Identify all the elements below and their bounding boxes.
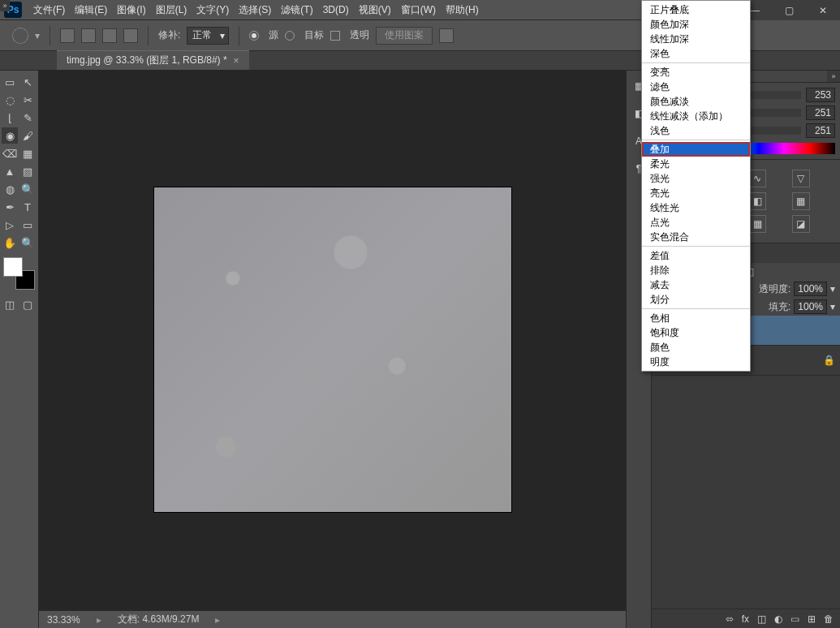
blend-mode-item[interactable]: 滤色	[642, 80, 750, 94]
menu-图像[interactable]: 图像(I)	[112, 0, 150, 20]
r-value[interactable]: 253	[806, 88, 835, 102]
new-layer-icon[interactable]: ⊞	[808, 613, 816, 625]
close-button[interactable]: ✕	[806, 0, 840, 20]
blend-mode-item[interactable]: 点光	[642, 215, 750, 230]
blend-mode-item[interactable]: 减去	[642, 277, 750, 292]
g-value[interactable]: 251	[806, 105, 835, 120]
tool-11[interactable]: ▨	[19, 163, 36, 179]
tool-1[interactable]: ↖	[19, 74, 36, 90]
document-tab[interactable]: timg.jpg @ 33.3% (图层 1, RGB/8#) * ×	[57, 50, 249, 70]
patch-mode-select[interactable]: 正常	[187, 27, 229, 45]
blend-mode-item[interactable]: 浅色	[642, 123, 750, 138]
collapse-tools-icon[interactable]: »	[0, 0, 10, 11]
tool-2[interactable]: ◌	[2, 92, 18, 108]
blend-mode-item[interactable]: 颜色减淡	[642, 94, 750, 109]
layer-fx-icon[interactable]: fx	[742, 613, 749, 625]
tool-18[interactable]: ✋	[2, 234, 18, 251]
menu-文件[interactable]: 文件(F)	[28, 0, 70, 20]
blend-mode-item[interactable]: 强光	[642, 171, 750, 186]
adj-exposure-icon[interactable]: ▽	[792, 170, 810, 187]
selection-intersect-icon[interactable]	[123, 28, 138, 43]
blend-mode-item[interactable]: 颜色加深	[642, 17, 750, 32]
quickmask-icon[interactable]: ◫	[2, 296, 18, 312]
use-pattern-button[interactable]: 使用图案	[376, 27, 433, 45]
blend-mode-item[interactable]: 划分	[642, 292, 750, 307]
tool-9[interactable]: ▦	[19, 145, 36, 161]
blend-mode-item[interactable]: 明度	[642, 355, 750, 369]
collapse-panels-icon[interactable]: »	[827, 71, 840, 82]
blend-mode-item[interactable]: 色相	[642, 311, 750, 325]
blend-mode-item[interactable]: 差值	[642, 248, 750, 263]
tool-4[interactable]: ⌊	[2, 110, 18, 126]
fill-value[interactable]: 100%	[794, 299, 827, 314]
tool-0[interactable]: ▭	[2, 74, 18, 90]
screenmode-icon[interactable]: ▢	[19, 296, 36, 312]
tool-14[interactable]: ✒	[2, 199, 18, 215]
tool-16[interactable]: ▷	[2, 217, 18, 233]
tool-8[interactable]: ⌫	[2, 145, 18, 161]
link-layers-icon[interactable]: ⬄	[726, 613, 734, 625]
tool-10[interactable]: ▲	[2, 163, 18, 179]
blend-mode-item[interactable]: 变亮	[642, 65, 750, 80]
tool-15[interactable]: T	[19, 199, 36, 215]
selection-new-icon[interactable]	[60, 28, 75, 43]
blend-mode-item[interactable]: 饱和度	[642, 325, 750, 340]
doc-size-value: 4.63M/9.27M	[142, 613, 199, 625]
menu-视图[interactable]: 视图(V)	[354, 0, 396, 20]
blend-mode-item[interactable]: 线性减淡（添加）	[642, 109, 750, 123]
menu-滤镜[interactable]: 滤镜(T)	[276, 0, 317, 20]
blend-mode-item[interactable]: 深色	[642, 46, 750, 61]
document-canvas[interactable]	[154, 187, 511, 512]
menu-文字[interactable]: 文字(Y)	[192, 0, 234, 20]
blend-mode-item[interactable]: 亮光	[642, 186, 750, 200]
tool-13[interactable]: 🔍	[19, 181, 36, 197]
blend-mode-item[interactable]: 柔光	[642, 157, 750, 171]
fill-label: 填充:	[769, 300, 790, 314]
menu-图层[interactable]: 图层(L)	[151, 0, 192, 20]
menu-3D[interactable]: 3D(D)	[318, 0, 354, 20]
dest-radio[interactable]	[285, 31, 295, 41]
blend-mode-menu[interactable]: 正片叠底颜色加深线性加深深色变亮滤色颜色减淡线性减淡（添加）浅色叠加柔光强光亮光…	[641, 0, 751, 372]
source-radio[interactable]	[249, 31, 259, 41]
tool-19[interactable]: 🔍	[19, 234, 36, 251]
adj-color-lookup-icon[interactable]: ▦	[748, 215, 766, 233]
tool-6[interactable]: ◉	[2, 127, 18, 144]
tool-7[interactable]: 🖌	[19, 127, 36, 144]
menu-选择[interactable]: 选择(S)	[234, 0, 276, 20]
tool-12[interactable]: ◍	[2, 181, 18, 197]
pattern-picker-icon[interactable]	[439, 28, 454, 43]
blend-mode-item[interactable]: 实色混合	[642, 230, 750, 244]
new-group-icon[interactable]: ▭	[790, 613, 799, 625]
close-tab-icon[interactable]: ×	[234, 55, 239, 67]
selection-subtract-icon[interactable]	[102, 28, 117, 43]
adj-bw-icon[interactable]: ◧	[748, 192, 766, 210]
transparent-checkbox[interactable]	[330, 31, 340, 41]
adj-invert-icon[interactable]: ◪	[792, 215, 810, 233]
blend-mode-item[interactable]: 叠加	[642, 142, 750, 157]
blend-mode-item[interactable]: 排除	[642, 263, 750, 277]
color-swatches[interactable]	[3, 257, 35, 290]
layer-mask-icon[interactable]: ◫	[757, 613, 766, 625]
tool-preset-icon[interactable]	[12, 28, 28, 44]
menu-编辑[interactable]: 编辑(E)	[70, 0, 112, 20]
fg-color[interactable]	[3, 257, 23, 277]
tool-5[interactable]: ✎	[19, 110, 36, 126]
blend-mode-item[interactable]: 正片叠底	[642, 2, 750, 17]
blend-mode-item[interactable]: 线性加深	[642, 32, 750, 46]
blend-mode-item[interactable]: 颜色	[642, 340, 750, 355]
delete-layer-icon[interactable]: 🗑	[824, 613, 834, 625]
lock-icon: 🔒	[823, 355, 835, 366]
zoom-level[interactable]: 33.33%	[47, 614, 80, 626]
opacity-value[interactable]: 100%	[794, 282, 827, 296]
adj-more-icon[interactable]: ▦	[792, 192, 810, 210]
new-fill-icon[interactable]: ◐	[774, 613, 782, 625]
menu-窗口[interactable]: 窗口(W)	[396, 0, 441, 20]
menu-帮助[interactable]: 帮助(H)	[441, 0, 484, 20]
blend-mode-item[interactable]: 线性光	[642, 200, 750, 215]
selection-add-icon[interactable]	[81, 28, 96, 43]
tool-3[interactable]: ✂	[19, 92, 36, 108]
adj-curves-icon[interactable]: ∿	[748, 170, 766, 187]
tool-17[interactable]: ▭	[19, 217, 36, 233]
maximize-button[interactable]: ▢	[772, 0, 806, 20]
b-value[interactable]: 251	[806, 123, 835, 138]
